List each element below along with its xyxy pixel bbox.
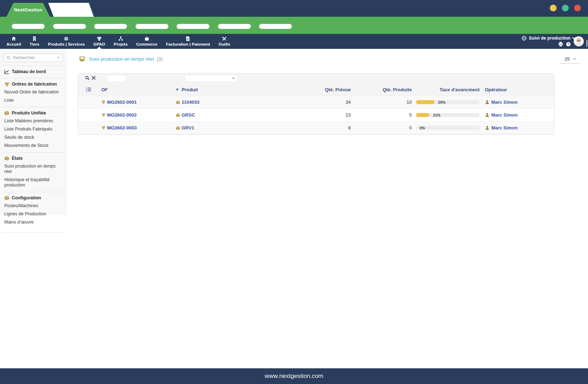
progress-bar: 29%	[416, 100, 480, 104]
page-size-select[interactable]: 25	[560, 56, 580, 63]
sidebar-link-produits-fabriques[interactable]: Liste Produits Fabriqués	[4, 127, 62, 132]
window-dots	[550, 5, 581, 11]
sidebar-link-matieres-premieres[interactable]: Liste Matières premières	[4, 118, 62, 124]
help-icon[interactable]: ?	[566, 42, 571, 47]
sidebar-item-configuration[interactable]: Configuration	[4, 195, 62, 200]
nav-item-tiers[interactable]: Tiers	[25, 34, 44, 49]
filter-search-icon[interactable]	[85, 76, 90, 80]
table-header-row: OF Produit Qté. Prévue Qté. Produite Tau…	[78, 83, 554, 96]
search-caret-icon	[57, 57, 60, 58]
of-link[interactable]: MO2602-0001	[107, 99, 137, 105]
menu-pill	[259, 24, 292, 29]
sidebar-item-etats[interactable]: États	[4, 156, 62, 161]
of-link[interactable]: MO2602-0003	[107, 125, 137, 130]
header-qte-produite[interactable]: Qté. Produite	[353, 87, 414, 92]
package-icon	[4, 156, 9, 161]
qte-prevue-value: 23	[277, 112, 353, 118]
window-dot-red[interactable]	[574, 5, 581, 11]
window-dot-green[interactable]	[562, 5, 569, 11]
sidebar-link-nouvel-ordre[interactable]: Nouvel Ordre de fabrication	[4, 89, 62, 95]
svg-text:?: ?	[567, 42, 569, 46]
sidebar-item-tableau-de-bord[interactable]: Tableau de bord	[4, 69, 62, 74]
header-produit[interactable]: Produit	[175, 87, 277, 92]
produit-link[interactable]: GRV1	[182, 125, 194, 130]
sidebar-link-seuils-de-stock[interactable]: Seuils de stock	[4, 135, 62, 140]
list-icon	[86, 87, 97, 92]
progress-bar: 21%	[416, 113, 480, 117]
context-selector[interactable]: Suivi de production	[522, 36, 575, 41]
operateur-link[interactable]: Marc Simon	[491, 99, 518, 105]
sidebar-link-postes-machines[interactable]: Postes/Machines	[4, 203, 62, 209]
nav-item-facturation[interactable]: Facturation | Paiement	[162, 34, 214, 49]
qte-produite-value: 5	[353, 112, 414, 118]
window-dot-yellow[interactable]	[550, 5, 557, 11]
header-operateur[interactable]: Opérateur	[482, 87, 554, 92]
qte-produite-value: 0	[353, 125, 414, 130]
package-icon	[176, 126, 180, 130]
nav-item-outils[interactable]: Outils	[214, 34, 235, 49]
of-link[interactable]: MO2602-0002	[107, 112, 137, 118]
sidebar-link-mouvements-de-stock[interactable]: Mouvements de Stock	[4, 143, 62, 148]
produit-link[interactable]: 1104033	[182, 99, 199, 105]
package-icon	[4, 111, 9, 116]
sitemap-icon	[118, 36, 123, 41]
sidebar-link-suivi-production[interactable]: Suivi production en temps réel	[4, 164, 62, 174]
sidebar-link-historique-tracabilite[interactable]: Historique et traçabilité production	[4, 177, 62, 188]
of-filter-input[interactable]	[107, 75, 126, 82]
sidebar-item-produits-unifiee[interactable]: Produits Unifiée	[4, 111, 62, 116]
package-icon	[176, 100, 180, 104]
banner-bar	[0, 17, 588, 34]
produit-filter-select[interactable]	[185, 75, 238, 82]
nav-item-accueil[interactable]: Accueil	[2, 34, 25, 49]
brand-name: NextGestion	[14, 7, 42, 12]
menu-pill	[136, 24, 168, 29]
operateur-link[interactable]: Marc Simon	[491, 125, 518, 130]
produit-link[interactable]: GRSC	[182, 112, 195, 118]
main-navbar: Accueil Tiers Produits | Services GPAO	[0, 34, 588, 49]
gears-gold-icon	[4, 82, 9, 87]
invoice-icon	[186, 36, 190, 41]
sidebar-link-liste[interactable]: Liste	[4, 98, 62, 103]
nav-item-gpao[interactable]: GPAO	[89, 34, 110, 49]
gears-icon	[97, 36, 102, 41]
avatar-chevron-icon[interactable]	[587, 40, 587, 46]
nav-item-projets[interactable]: Projets	[110, 34, 132, 49]
nav-item-commerce[interactable]: Commerce	[132, 34, 162, 49]
sidebar-section-produits: Produits Unifiée Liste Matières première…	[0, 107, 66, 152]
print-icon[interactable]	[558, 42, 563, 47]
header-qte-prevue[interactable]: Qté. Prévue	[277, 87, 353, 92]
menu-pill	[53, 24, 86, 29]
page-title: Suivi production en temps réel	[89, 56, 154, 62]
column-toggle[interactable]	[78, 87, 97, 92]
product-sphere-icon	[64, 36, 69, 41]
progress-fill	[416, 100, 435, 104]
nav-item-produits-services[interactable]: Produits | Services	[44, 34, 89, 49]
menu-pill	[218, 24, 251, 29]
sidebar-section-etats: États Suivi production en temps réel His…	[0, 153, 66, 192]
qte-prevue-value: 34	[277, 99, 353, 105]
sidebar-search[interactable]	[4, 53, 63, 62]
user-avatar[interactable]	[574, 36, 584, 46]
package-icon	[4, 195, 9, 200]
person-icon	[485, 100, 490, 104]
sidebar-link-lignes-de-production[interactable]: Lignes de Production	[4, 211, 62, 217]
sidebar-item-ordres-de-fabrication[interactable]: Ordres de fabrication	[4, 82, 62, 87]
person-icon	[485, 113, 490, 117]
progress-fill	[416, 113, 429, 117]
header-of[interactable]: OF	[97, 87, 175, 92]
menu-pill	[177, 24, 209, 29]
search-input[interactable]	[13, 55, 55, 60]
nav-items: Accueil Tiers Produits | Services GPAO	[0, 34, 588, 49]
table-row: MO2602-0001 1104033 34 10 29% Mar	[78, 96, 554, 108]
operateur-link[interactable]: Marc Simon	[491, 112, 518, 118]
utility-icons: ?	[558, 42, 571, 47]
qte-prevue-value: 8	[277, 125, 353, 130]
sidebar-section-ordres: Ordres de fabrication Nouvel Ordre de fa…	[0, 78, 66, 107]
progress-label: 0%	[420, 126, 425, 130]
sidebar-section-configuration: Configuration Postes/Machines Lignes de …	[0, 192, 66, 229]
filter-clear-icon[interactable]	[92, 76, 96, 80]
brand-logo[interactable]: NextGestion	[6, 3, 50, 17]
header-taux-avancement[interactable]: Taux d'avancment	[414, 87, 482, 92]
sidebar-link-mains-doeuvre[interactable]: Mains d'œuvre	[4, 220, 62, 225]
sidebar: Tableau de bord Ordres de fabrication No…	[0, 49, 67, 214]
